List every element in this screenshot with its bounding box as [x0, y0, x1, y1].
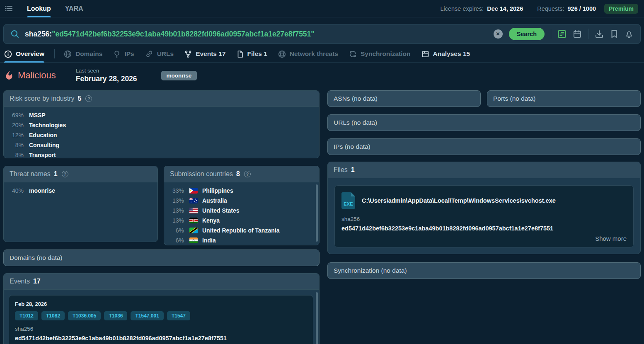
exe-file-icon-label: EXE: [341, 201, 355, 206]
search-bar: sha256:"ed5471d42bef6b32253e9c1aba49b01b…: [3, 24, 641, 44]
section-tabs: Overview Domains IPs URLs: [0, 46, 644, 63]
help-icon[interactable]: [62, 171, 68, 177]
tab-network-threats[interactable]: Network threats: [278, 46, 338, 63]
requests-label: Requests:: [537, 5, 564, 12]
history-calendar-icon[interactable]: [573, 29, 582, 39]
industry-row[interactable]: 69% MSSP: [4, 110, 319, 120]
flame-icon: [5, 70, 14, 80]
divider: [54, 49, 55, 58]
exe-file-icon: EXE: [341, 192, 355, 209]
event-card[interactable]: Feb 28, 2026 T1012 T1082 T1036.005 T1036…: [9, 295, 313, 344]
top-bar: Lookup YARA License expires: Dec 14, 202…: [0, 0, 644, 17]
tab-overview[interactable]: Overview: [4, 46, 44, 63]
search-input[interactable]: sha256:"ed5471d42bef6b32253e9c1aba49b01b…: [25, 30, 494, 39]
mitre-badges: T1012 T1082 T1036.005 T1036 T1547.001 T1…: [9, 307, 313, 320]
industry-pct: 8%: [10, 152, 24, 158]
help-icon[interactable]: [85, 95, 92, 102]
threat-tag[interactable]: moonrise: [161, 71, 197, 80]
submission-countries-count: 8: [236, 170, 240, 178]
asns-panel-title: ASNs (no data): [334, 95, 378, 102]
tab-events-label: Events 17: [196, 50, 225, 58]
events-title: Events: [10, 278, 30, 285]
tab-lookup-label: Lookup: [27, 5, 51, 12]
mitre-badge[interactable]: T1036.005: [68, 311, 101, 320]
flag-india-icon: [189, 237, 198, 243]
files-title: Files: [334, 166, 348, 174]
country-row[interactable]: 13% Kenya: [164, 216, 319, 225]
scrollbar-thumb[interactable]: [316, 184, 318, 242]
threat-row[interactable]: 40% moonrise: [4, 186, 157, 196]
synchronization-panel[interactable]: Synchronization (no data): [327, 262, 641, 279]
tab-ips-label: IPs: [124, 50, 134, 58]
threat-names-panel: Threat names 1 40% moonrise: [3, 166, 158, 242]
query-builder-icon[interactable]: [557, 29, 567, 39]
last-seen: Last seen February 28, 2026: [76, 68, 137, 83]
help-icon[interactable]: [244, 171, 251, 177]
tab-domains[interactable]: Domains: [64, 46, 102, 63]
mitre-badge[interactable]: T1012: [15, 311, 38, 320]
divider: [551, 29, 551, 39]
country-row[interactable]: 33% Philippines: [164, 186, 319, 196]
tab-network-threats-label: Network threats: [290, 50, 338, 58]
requests-value: 926 / 1000: [568, 5, 596, 12]
tab-events[interactable]: Events 17: [184, 46, 225, 63]
mitre-badge[interactable]: T1547.001: [131, 311, 163, 320]
last-seen-value: February 28, 2026: [76, 75, 137, 83]
tab-analyses[interactable]: Analyses 15: [421, 46, 470, 63]
clear-search-button[interactable]: [494, 29, 503, 39]
mitre-badge[interactable]: T1036: [104, 311, 127, 320]
mitre-badge[interactable]: T1082: [41, 311, 65, 320]
threat-names-title: Threat names: [10, 170, 51, 178]
industry-row[interactable]: 8% Transport: [4, 150, 319, 158]
license-label: License expires:: [440, 5, 484, 12]
industry-pct: 20%: [10, 122, 24, 128]
flag-australia-icon: [189, 198, 198, 203]
location-pin-icon: [113, 50, 121, 58]
country-row[interactable]: 6% United Republic of Tanzania: [164, 225, 319, 235]
tab-lookup[interactable]: Lookup: [27, 0, 51, 17]
country-row[interactable]: 6% India: [164, 235, 319, 245]
search-button[interactable]: Search: [509, 28, 545, 40]
file-card[interactable]: EXE C:\Users\admin\AppData\Local\Temp\Wi…: [334, 185, 634, 247]
industry-name: MSSP: [29, 112, 46, 119]
asns-panel[interactable]: ASNs (no data): [327, 90, 481, 107]
tab-urls-label: URLs: [157, 50, 174, 58]
bookmark-icon[interactable]: [610, 29, 618, 39]
industry-pct: 8%: [10, 142, 24, 148]
threat-pct: 40%: [10, 187, 24, 194]
ports-panel[interactable]: Ports (no data): [487, 90, 641, 107]
industry-row[interactable]: 12% Education: [4, 130, 319, 140]
search-icon: [10, 29, 19, 39]
tab-domains-label: Domains: [75, 50, 102, 58]
verdict-row: Malicious Last seen February 28, 2026 mo…: [5, 65, 197, 86]
risk-score-header: Risk score by industry 5: [4, 91, 319, 107]
industry-row[interactable]: 20% Technologies: [4, 120, 319, 130]
file-hash-label: sha256: [335, 216, 633, 222]
verdict-label: Malicious: [18, 70, 56, 81]
flag-kenya-icon: [189, 218, 198, 223]
industry-name: Technologies: [29, 122, 66, 128]
tab-yara[interactable]: YARA: [65, 0, 83, 17]
tab-urls[interactable]: URLs: [145, 46, 174, 63]
country-row[interactable]: 13% Australia: [164, 196, 319, 206]
tab-files[interactable]: Files 1: [237, 46, 267, 63]
country-row[interactable]: 13% United States: [164, 206, 319, 216]
list-icon[interactable]: [5, 5, 13, 12]
country-pct: 6%: [170, 237, 184, 244]
country-pct: 13%: [170, 197, 184, 204]
domains-panel[interactable]: Domains (no data): [3, 250, 320, 266]
country-name: India: [202, 237, 216, 244]
scrollbar-thumb[interactable]: [316, 292, 318, 344]
tab-synchronization[interactable]: Synchronization: [349, 46, 411, 63]
tab-ips[interactable]: IPs: [113, 46, 134, 63]
industry-pct: 12%: [10, 132, 24, 138]
last-seen-label: Last seen: [76, 68, 137, 74]
industry-row[interactable]: 8% Consulting: [4, 140, 319, 150]
urls-panel[interactable]: URLs (no data): [327, 114, 641, 131]
country-name: Philippines: [202, 187, 233, 194]
mitre-badge[interactable]: T1547: [167, 311, 190, 320]
download-icon[interactable]: [595, 29, 604, 39]
ips-panel[interactable]: IPs (no data): [327, 138, 641, 155]
notifications-bell-icon[interactable]: [625, 29, 634, 39]
show-more-link[interactable]: Show more: [595, 235, 627, 242]
